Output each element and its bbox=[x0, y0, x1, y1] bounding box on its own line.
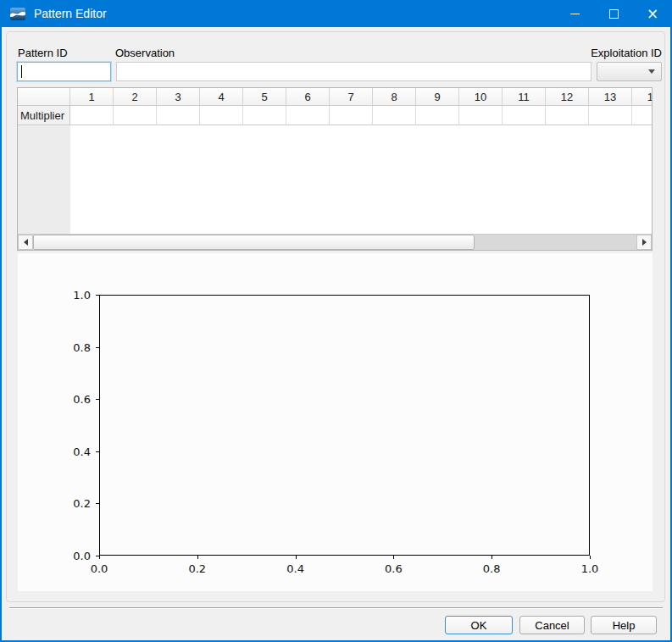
column-header-9[interactable]: 9 bbox=[416, 88, 459, 106]
close-button[interactable]: × bbox=[633, 0, 672, 27]
footer-separator bbox=[9, 607, 663, 609]
text-cursor bbox=[21, 65, 22, 78]
column-header-13[interactable]: 13 bbox=[589, 88, 632, 106]
x-tick-mark bbox=[197, 556, 198, 559]
cell-multiplier-12[interactable] bbox=[546, 106, 589, 125]
cell-multiplier-14[interactable] bbox=[632, 106, 653, 125]
pattern-editor-dialog: Pattern Editor × Pattern ID Observation … bbox=[0, 0, 672, 642]
dropdown-arrow-icon bbox=[648, 69, 655, 74]
column-header-6[interactable]: 6 bbox=[286, 88, 330, 106]
table-empty-area bbox=[18, 125, 652, 235]
table-corner-cell bbox=[18, 88, 70, 106]
y-tick-mark bbox=[96, 295, 99, 296]
window-title: Pattern Editor bbox=[34, 7, 107, 20]
table-data-row: Multiplier bbox=[18, 106, 652, 125]
column-header-10[interactable]: 10 bbox=[459, 88, 503, 106]
cell-multiplier-10[interactable] bbox=[459, 106, 503, 125]
exploitation-id-combobox[interactable] bbox=[597, 62, 662, 81]
pattern-id-label: Pattern ID bbox=[18, 47, 68, 59]
minimize-button[interactable] bbox=[555, 0, 594, 27]
column-header-3[interactable]: 3 bbox=[157, 88, 200, 106]
x-tick-label: 0.2 bbox=[188, 562, 206, 575]
scroll-right-button[interactable] bbox=[636, 235, 652, 250]
scrollbar-thumb[interactable] bbox=[33, 235, 475, 250]
table-header-row: 1234567891011121314 bbox=[18, 88, 652, 106]
cell-multiplier-2[interactable] bbox=[114, 106, 157, 125]
y-tick-label: 0.8 bbox=[18, 340, 91, 353]
cell-multiplier-6[interactable] bbox=[286, 106, 330, 125]
scroll-left-button[interactable] bbox=[18, 235, 33, 250]
cell-multiplier-5[interactable] bbox=[243, 106, 286, 125]
scroll-right-icon bbox=[642, 239, 647, 246]
x-tick-label: 1.0 bbox=[581, 562, 599, 575]
minimize-icon bbox=[570, 14, 580, 14]
y-tick-mark bbox=[96, 347, 99, 348]
x-tick-label: 0.6 bbox=[385, 562, 403, 575]
x-tick-label: 0.0 bbox=[91, 562, 108, 575]
observation-input[interactable] bbox=[116, 62, 591, 81]
x-tick-mark bbox=[296, 556, 297, 559]
maximize-icon bbox=[609, 9, 619, 19]
cancel-button[interactable]: Cancel bbox=[519, 616, 585, 634]
y-tick-label: 0.2 bbox=[18, 497, 91, 510]
y-tick-label: 1.0 bbox=[18, 289, 91, 302]
cell-multiplier-13[interactable] bbox=[589, 106, 632, 125]
cell-multiplier-11[interactable] bbox=[503, 106, 546, 125]
column-header-8[interactable]: 8 bbox=[373, 88, 416, 106]
cell-multiplier-8[interactable] bbox=[373, 106, 416, 125]
window-border-left bbox=[0, 0, 2, 642]
x-tick-label: 0.4 bbox=[286, 562, 304, 575]
exploitation-id-label: Exploitation ID bbox=[591, 47, 662, 59]
cell-multiplier-3[interactable] bbox=[157, 106, 200, 125]
y-tick-mark bbox=[96, 399, 99, 400]
y-tick-label: 0.4 bbox=[18, 445, 91, 457]
scrollbar-track[interactable] bbox=[475, 235, 636, 250]
row-header-gutter bbox=[18, 125, 70, 235]
column-header-14[interactable]: 14 bbox=[632, 88, 653, 106]
cell-multiplier-4[interactable] bbox=[200, 106, 243, 125]
x-tick-mark bbox=[492, 556, 492, 559]
x-tick-label: 0.8 bbox=[483, 562, 501, 575]
cell-multiplier-9[interactable] bbox=[416, 106, 459, 125]
multiplier-table: 1234567891011121314 Multiplier bbox=[17, 87, 653, 251]
column-header-12[interactable]: 12 bbox=[546, 88, 589, 106]
app-icon bbox=[10, 8, 25, 20]
close-icon: × bbox=[647, 7, 658, 21]
scroll-left-icon bbox=[24, 239, 28, 246]
y-tick-mark bbox=[96, 451, 99, 452]
observation-label: Observation bbox=[115, 47, 175, 59]
horizontal-scrollbar[interactable] bbox=[18, 234, 652, 250]
x-tick-mark bbox=[99, 556, 100, 559]
x-tick-mark bbox=[590, 556, 591, 559]
ok-button[interactable]: OK bbox=[445, 616, 513, 634]
column-header-7[interactable]: 7 bbox=[330, 88, 373, 106]
plot-axes-box bbox=[99, 295, 590, 556]
y-tick-label: 0.6 bbox=[18, 393, 91, 406]
y-tick-mark bbox=[96, 503, 99, 504]
maximize-button[interactable] bbox=[594, 0, 633, 27]
column-header-11[interactable]: 11 bbox=[503, 88, 546, 106]
help-button[interactable]: Help bbox=[591, 616, 657, 634]
cell-multiplier-1[interactable] bbox=[70, 106, 114, 125]
column-header-2[interactable]: 2 bbox=[114, 88, 157, 106]
cell-multiplier-7[interactable] bbox=[330, 106, 373, 125]
column-header-1[interactable]: 1 bbox=[70, 88, 114, 106]
row-header-multiplier[interactable]: Multiplier bbox=[18, 106, 70, 125]
y-tick-label: 0.0 bbox=[18, 550, 91, 562]
column-header-5[interactable]: 5 bbox=[243, 88, 286, 106]
pattern-id-input[interactable] bbox=[17, 62, 111, 81]
plot-area: 0.00.20.40.60.81.01.00.80.60.40.20.0 bbox=[18, 253, 653, 591]
x-tick-mark bbox=[393, 556, 394, 559]
column-header-4[interactable]: 4 bbox=[200, 88, 243, 106]
titlebar[interactable]: Pattern Editor × bbox=[0, 0, 672, 27]
y-tick-mark bbox=[96, 556, 99, 556]
